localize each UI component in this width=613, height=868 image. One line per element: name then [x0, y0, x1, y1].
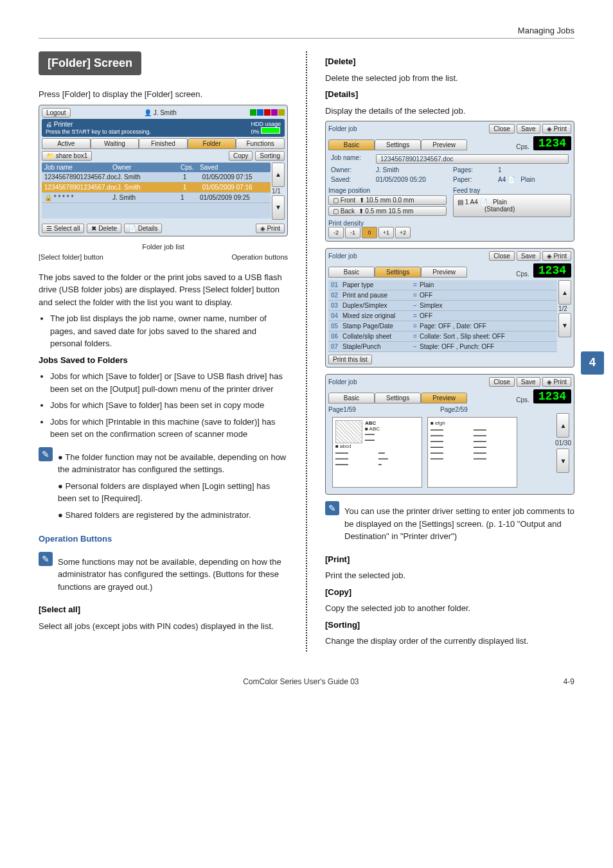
op-note: Some functions may not be available, dep… [58, 556, 288, 594]
delete-heading: [Delete] [325, 55, 574, 68]
select-all-heading: [Select all] [39, 603, 288, 616]
scroll-down[interactable]: ▼ [556, 448, 569, 473]
note-item: The folder function may not be available… [58, 451, 288, 476]
print-body: Print the selected job. [325, 569, 574, 582]
folder-job-basic-mock: Folder job Close Save ◈ Print Basic Sett… [325, 121, 574, 242]
tab-preview[interactable]: Preview [421, 393, 467, 403]
tab-basic[interactable]: Basic [328, 393, 375, 403]
details-button[interactable]: 📄 Details [124, 224, 162, 233]
table-row: 🔒 * * * * *J. Smith101/05/2009 09:25 [42, 193, 271, 203]
preview-page-1: ABC■ ABC━━━━━━ ■ abcd ━━━━━━━━━━━━ ━━━━━… [332, 417, 422, 488]
operation-buttons-heading: Operation Buttons [39, 533, 288, 545]
pager-1-1: 1/1 [272, 188, 285, 195]
scroll-up[interactable]: ▲ [558, 280, 571, 305]
tab-functions[interactable]: Functions [236, 138, 285, 149]
note-item: Shared folders are registered by the adm… [58, 509, 288, 522]
cps-counter: 1234 [533, 389, 571, 403]
close-button[interactable]: Close [489, 377, 515, 387]
note-icon: ✎ [39, 552, 53, 566]
table-row: 12345678901234567.docJ. Smith101/05/2009… [42, 172, 271, 182]
pager-preview: 01/30 [555, 439, 571, 447]
intro-text: Press [Folder] to display the [Folder] s… [39, 88, 288, 101]
details-body: Display the details of the selected job. [325, 105, 574, 118]
close-button[interactable]: Close [489, 251, 515, 261]
tab-folder[interactable]: Folder [188, 138, 236, 149]
ann-operation-buttons: Operation buttons [232, 253, 288, 261]
page-number: 4-9 [564, 677, 574, 686]
pager-settings: 1/2 [558, 305, 571, 312]
print-button[interactable]: ◈ Print [542, 251, 571, 261]
note-item: Personal folders are displayed when [Log… [58, 480, 288, 505]
tab-waiting[interactable]: Waiting [91, 138, 139, 149]
select-folder-chip[interactable]: 📁 share box1 [42, 151, 92, 161]
status-icons [250, 109, 285, 116]
list-item: Jobs for which [Save to folder] or [Save… [50, 370, 288, 395]
tab-basic[interactable]: Basic [328, 139, 375, 150]
scroll-down[interactable]: ▼ [272, 195, 285, 220]
tab-preview[interactable]: Preview [421, 139, 467, 150]
tab-finished[interactable]: Finished [139, 138, 188, 149]
copy-chip[interactable]: Copy [229, 151, 253, 161]
footer-text: ComColor Series User's Guide 03 [243, 677, 359, 686]
tab-settings[interactable]: Settings [375, 267, 421, 278]
close-button[interactable]: Close [489, 124, 515, 134]
list1: The job list displays the job name, owne… [50, 312, 288, 350]
preview-page-2: ■ efgh ━━━━━━━━━━━━━━━━━━━━━━━━ ━━━━━━━━… [427, 417, 517, 488]
note2: You can use the printer driver setting t… [344, 505, 574, 543]
tab-preview[interactable]: Preview [421, 267, 467, 278]
copy-body: Copy the selected job to another folder. [325, 602, 574, 615]
tab-active[interactable]: Active [42, 138, 91, 149]
note-icon: ✎ [325, 501, 339, 515]
cps-counter: 1234 [533, 136, 571, 150]
save-button[interactable]: Save [517, 251, 540, 261]
sorting-heading: [Sorting] [325, 619, 574, 632]
cps-counter: 1234 [533, 263, 571, 278]
sorting-body: Change the display order of the currentl… [325, 635, 574, 648]
select-all-body: Select all jobs (except jobs with PIN co… [39, 620, 288, 633]
print-density[interactable]: -2 -1 0 +1 +2 [328, 227, 571, 238]
save-button[interactable]: Save [517, 124, 540, 134]
print-button[interactable]: ◈ Print [542, 124, 571, 134]
table-row: 12345678901234567.docJ. Smith101/05/2009… [42, 182, 271, 193]
printer-label: Printer [54, 121, 73, 128]
folder-screen-mock: Logout 👤 J. Smith 🖨 PrinterPress the STA… [39, 105, 288, 236]
delete-button[interactable]: ✖ Delete [87, 224, 121, 233]
folder-job-settings-mock: Folder job Close Save ◈ Print Basic Sett… [325, 248, 574, 368]
print-button[interactable]: ◈ Print [542, 377, 571, 387]
chapter-tab: 4 [581, 351, 604, 375]
print-heading: [Print] [325, 553, 574, 566]
sorting-chip[interactable]: Sorting [255, 151, 285, 161]
section-title: [Folder] Screen [39, 51, 141, 75]
tab-settings[interactable]: Settings [375, 139, 421, 150]
scroll-up[interactable]: ▲ [556, 413, 569, 438]
list-item: Jobs for which [Save to folder] has been… [50, 399, 288, 412]
print-button[interactable]: ◈ Print [256, 224, 285, 233]
ann-select-folder: [Select folder] button [39, 253, 103, 261]
details-heading: [Details] [325, 88, 574, 101]
delete-body: Delete the selected job from the list. [325, 72, 574, 85]
scroll-down[interactable]: ▼ [558, 313, 571, 337]
scroll-up[interactable]: ▲ [272, 163, 285, 187]
logout-button[interactable]: Logout [42, 108, 71, 118]
copy-heading: [Copy] [325, 586, 574, 599]
jobs-saved-heading: Jobs Saved to Folders [39, 354, 288, 367]
save-button[interactable]: Save [517, 377, 540, 387]
tab-settings[interactable]: Settings [375, 393, 421, 403]
page-header: Managing Jobs [39, 26, 574, 39]
ann-list: Folder job list [142, 243, 184, 251]
tab-basic[interactable]: Basic [328, 267, 375, 278]
print-this-list-button[interactable]: Print this list [328, 355, 372, 364]
list-item: Jobs for which [Printable in this machin… [50, 416, 288, 441]
note-icon: ✎ [39, 447, 53, 461]
folder-job-preview-mock: Folder job Close Save ◈ Print Basic Sett… [325, 374, 574, 495]
select-all-button[interactable]: ☰ Select all [42, 224, 84, 233]
user-label: 👤 J. Smith [144, 109, 177, 116]
main-paragraph: The jobs saved to the folder or the prin… [39, 271, 288, 309]
